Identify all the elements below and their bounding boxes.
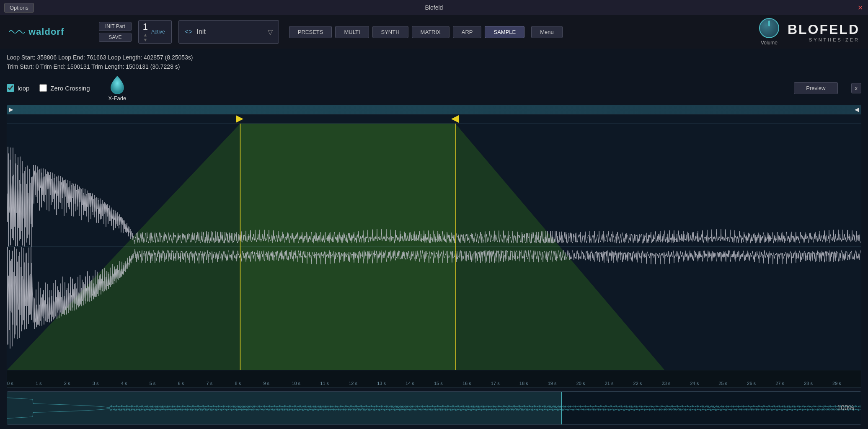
- timeline-tick: 7 s: [207, 381, 213, 386]
- timeline-tick: 29 s: [832, 381, 841, 386]
- nav-arp-button[interactable]: ARP: [453, 26, 482, 38]
- volume-knob[interactable]: Volume: [759, 18, 779, 46]
- patch-selector[interactable]: 1 ▲▼ Active: [138, 20, 172, 44]
- timeline-tick: 0 s: [7, 381, 13, 386]
- timeline-tick: 21 s: [605, 381, 614, 386]
- timeline: 0 s1 s2 s3 s4 s5 s6 s7 s8 s9 s10 s11 s12…: [7, 370, 861, 388]
- timeline-tick: 4 s: [121, 381, 127, 386]
- zero-crossing-text: Zero Crossing: [50, 85, 90, 92]
- timeline-tick: 18 s: [519, 381, 528, 386]
- timeline-tick: 15 s: [434, 381, 443, 386]
- nav-bar[interactable]: ▶ ◀: [7, 105, 861, 114]
- preset-name: Init: [196, 28, 205, 36]
- timeline-tick: 8 s: [235, 381, 241, 386]
- volume-knob-circle[interactable]: [759, 18, 779, 38]
- preview-button[interactable]: Preview: [794, 82, 837, 94]
- timeline-tick: 17 s: [491, 381, 500, 386]
- timeline-tick: 19 s: [548, 381, 557, 386]
- timeline-tick: 5 s: [150, 381, 156, 386]
- menu-button[interactable]: Menu: [531, 26, 563, 38]
- sample-editor: Loop Start: 358806 Loop End: 761663 Loop…: [0, 49, 868, 429]
- xfade-icon: [109, 75, 126, 95]
- xfade-label: X-Fade: [108, 95, 127, 101]
- marker-bar: [7, 114, 861, 124]
- loop-end-marker[interactable]: [451, 115, 460, 123]
- window-title: Blofeld: [425, 4, 443, 11]
- timeline-tick: 3 s: [93, 381, 99, 386]
- close-editor-button[interactable]: x: [851, 83, 862, 93]
- nav-arrow-right-icon[interactable]: ◀: [855, 106, 859, 113]
- save-button[interactable]: SAVE: [99, 33, 132, 42]
- patch-controls: INIT Part SAVE: [99, 22, 132, 42]
- timeline-tick: 23 s: [661, 381, 670, 386]
- close-button[interactable]: ✕: [858, 4, 863, 12]
- waveform-canvas[interactable]: [7, 124, 861, 370]
- loop-checkbox[interactable]: [7, 84, 14, 92]
- timeline-tick: 13 s: [377, 381, 386, 386]
- volume-label: Volume: [761, 40, 778, 46]
- mini-waveform[interactable]: 100%: [7, 391, 861, 425]
- patch-number: 1: [143, 21, 148, 32]
- timeline-tick: 11 s: [320, 381, 329, 386]
- loop-start-marker[interactable]: [236, 115, 244, 123]
- zero-crossing-label[interactable]: Zero Crossing: [39, 84, 90, 92]
- nav-multi-button[interactable]: MULTI: [335, 26, 369, 38]
- timeline-tick: 22 s: [633, 381, 642, 386]
- waldorf-wave-icon: [8, 28, 25, 36]
- blofeld-title: BLOFELD: [788, 22, 860, 37]
- controls-row: loop Zero Crossing X-Fade Preview x: [7, 75, 861, 101]
- header: waldorf INIT Part SAVE 1 ▲▼ Active <> In…: [0, 15, 868, 49]
- svg-marker-0: [236, 115, 243, 123]
- timeline-tick: 28 s: [804, 381, 813, 386]
- xfade-control[interactable]: X-Fade: [108, 75, 127, 101]
- timeline-tick: 26 s: [747, 381, 756, 386]
- trim-info-line: Trim Start: 0 Trim End: 1500131 Trim Len…: [7, 62, 861, 71]
- timeline-tick: 25 s: [718, 381, 727, 386]
- timeline-tick: 16 s: [462, 381, 471, 386]
- timeline-tick: 20 s: [576, 381, 585, 386]
- code-icon: <>: [185, 28, 193, 36]
- timeline-tick: 2 s: [64, 381, 70, 386]
- timeline-tick: 27 s: [775, 381, 784, 386]
- timeline-tick: 9 s: [263, 381, 269, 386]
- waldorf-text: waldorf: [28, 26, 64, 37]
- waveform-container: ▶ ◀ 0 s1 s2 s3 s4 s5 s6 s7 s8 s9 s10 s11…: [7, 105, 861, 388]
- timeline-tick: 1 s: [36, 381, 42, 386]
- loop-info-line: Loop Start: 358806 Loop End: 761663 Loop…: [7, 53, 861, 62]
- waldorf-logo: waldorf: [8, 26, 92, 37]
- timeline-tick: 14 s: [406, 381, 414, 386]
- mini-waveform-progress: [7, 392, 562, 424]
- header-right: Volume BLOFELD SYNTHESIZER: [759, 18, 860, 46]
- init-part-button[interactable]: INIT Part: [99, 22, 132, 31]
- nav-arrow-left-icon[interactable]: ▶: [9, 106, 13, 113]
- loop-label: loop: [18, 85, 29, 92]
- knob-indicator: [768, 21, 770, 26]
- nav-presets-button[interactable]: PRESETS: [289, 26, 332, 38]
- timeline-tick: 24 s: [690, 381, 699, 386]
- loop-checkbox-label[interactable]: loop: [7, 84, 29, 92]
- blofeld-logo: BLOFELD SYNTHESIZER: [788, 22, 860, 42]
- zero-crossing-checkbox[interactable]: [39, 84, 47, 92]
- zoom-level: 100%: [837, 404, 854, 412]
- nav-sample-button[interactable]: SAMPLE: [485, 26, 524, 38]
- svg-marker-1: [451, 115, 459, 123]
- timeline-tick: 12 s: [349, 381, 357, 386]
- nav-matrix-button[interactable]: MATRIX: [412, 26, 450, 38]
- titlebar: Options Blofeld ✕: [0, 0, 868, 15]
- blofeld-subtitle: SYNTHESIZER: [809, 37, 860, 42]
- nav-buttons: PRESETS MULTI SYNTH MATRIX ARP SAMPLE: [289, 26, 524, 38]
- sample-info: Loop Start: 358806 Loop End: 761663 Loop…: [7, 53, 861, 72]
- patch-status: Active: [151, 29, 165, 35]
- nav-synth-button[interactable]: SYNTH: [372, 26, 408, 38]
- options-button[interactable]: Options: [4, 3, 34, 13]
- nav-bar-fill: [7, 105, 861, 114]
- timeline-tick: 10 s: [292, 381, 300, 386]
- timeline-tick: 6 s: [178, 381, 184, 386]
- preset-selector[interactable]: <> Init ▽: [178, 20, 279, 44]
